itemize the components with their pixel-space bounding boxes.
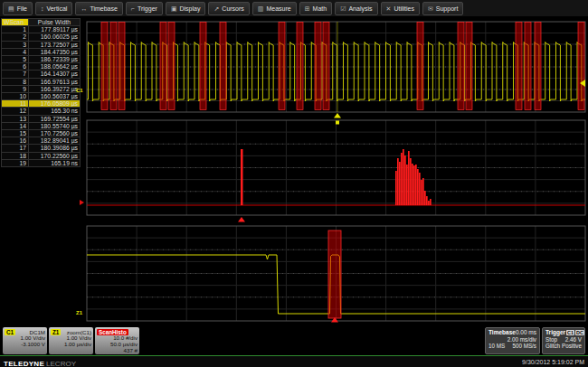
histogram-peak-marker[interactable] <box>238 217 245 222</box>
menu-timebase-button[interactable]: ↔Timebase <box>75 2 122 15</box>
pulse-width-row[interactable]: 18170.22560 µs <box>2 152 81 159</box>
histogram-bar <box>403 149 404 205</box>
row-index: 2 <box>2 33 29 41</box>
glitch-capture-bar <box>297 23 303 110</box>
pulse-width-row[interactable]: 12165.30 ns <box>2 108 81 115</box>
descriptor-row: C1DC1M1.00 V/div-3.1000 VZ1zoom(C1)1.00 … <box>3 327 139 354</box>
histogram-bar <box>421 180 422 205</box>
utilities-icon: ✕ <box>386 5 392 12</box>
glitch-capture-bar <box>220 23 226 110</box>
row-index: 7 <box>2 71 29 78</box>
brand-lecroy: LECROY <box>46 360 76 367</box>
pulse-width-value: 176.05809 µs <box>29 100 81 108</box>
histogram-bar <box>406 165 408 205</box>
histogram-bar <box>397 158 399 205</box>
glitch-capture-bar <box>101 23 108 110</box>
trigger-level: 2.46 V <box>565 336 582 343</box>
menu-support-button[interactable]: ✉Support <box>422 2 463 15</box>
wscan-panel: WScan Pulse Width 1177.89117 µs2160.0602… <box>1 18 81 167</box>
row-index: 18 <box>2 152 29 159</box>
pulse-width-row[interactable]: 5186.72339 µs <box>2 56 81 63</box>
cursors-icon: ↗ <box>213 5 219 12</box>
trigger-time-marker[interactable] <box>334 113 341 118</box>
histogram-bar <box>428 201 430 205</box>
pulse-width-value: 184.47350 µs <box>29 48 81 55</box>
c1-position-marker[interactable]: C1 <box>76 88 83 93</box>
menu-cursors-button[interactable]: ↗Cursors <box>208 2 249 15</box>
pulse-width-row[interactable]: 11176.05809 µs <box>2 100 81 108</box>
trace-badge: C1 <box>5 329 15 335</box>
pulse-width-row[interactable]: 15170.72560 µs <box>2 130 81 137</box>
row-index: 3 <box>2 41 29 48</box>
menu-file-button[interactable]: ▤File <box>3 2 33 15</box>
histogram-bar <box>401 153 403 205</box>
pulse-width-row[interactable]: 2160.06025 µs <box>2 33 81 41</box>
display-icon: ▣ <box>171 5 177 12</box>
timebase-samples: 10 MS <box>488 343 505 349</box>
descriptor-c1[interactable]: C1DC1M1.00 V/div-3.1000 V <box>3 327 47 354</box>
menu-label: Utilities <box>394 5 414 12</box>
measure-icon: ▥ <box>258 5 264 12</box>
pulse-width-row[interactable]: 7164.14307 µs <box>2 71 81 78</box>
pulse-width-row[interactable]: 14180.55740 µs <box>2 122 81 129</box>
pulse-width-value: 182.89041 µs <box>29 137 81 145</box>
oscilloscope-app: ▤File↕Vertical↔Timebase⌐Trigger▣Display↗… <box>0 0 588 367</box>
pulse-width-value: 160.06025 µs <box>29 33 81 41</box>
pulse-width-row[interactable]: 17180.39086 µs <box>2 145 81 152</box>
z1-position-marker[interactable]: Z1 <box>76 310 82 315</box>
pulse-width-row[interactable]: 1177.89117 µs <box>2 26 81 33</box>
trace-setting: -3.1000 V <box>5 342 45 348</box>
pulse-width-row[interactable]: 3173.72507 µs <box>2 41 81 48</box>
pulse-width-row[interactable]: 10160.56037 µs <box>2 93 81 100</box>
pulse-width-row[interactable]: 8166.97613 µs <box>2 78 81 85</box>
glitch-capture-bar <box>458 23 464 110</box>
row-index: 8 <box>2 78 29 85</box>
pulse-width-row[interactable]: 19165.19 ns <box>2 159 81 166</box>
trigger-type: Glitch <box>545 343 560 349</box>
menu-label: Display <box>180 5 201 12</box>
glitch-capture-bar <box>578 23 584 110</box>
pulse-width-value: 177.89117 µs <box>29 26 81 33</box>
pulse-width-table: WScan Pulse Width 1177.89117 µs2160.0602… <box>1 18 81 167</box>
menu-label: Cursors <box>222 5 244 12</box>
glitch-capture-bar <box>323 23 329 110</box>
pulse-width-value: 166.97613 µs <box>29 78 81 85</box>
menu-math-button[interactable]: ⊞Math <box>299 2 332 15</box>
menu-trigger-button[interactable]: ⌐Trigger <box>126 2 163 15</box>
trigger-box[interactable]: Trigger C1 DC Stop 2.46 V Glitch Positiv… <box>542 327 585 354</box>
trigger-title: Trigger <box>545 329 565 336</box>
menu-bar: ▤File↕Vertical↔Timebase⌐Trigger▣Display↗… <box>0 0 588 16</box>
pulse-width-row[interactable]: 13169.72554 µs <box>2 115 81 122</box>
pulse-width-value: 186.72339 µs <box>29 56 81 63</box>
glitch-capture-bar <box>466 23 472 110</box>
waveform-display <box>86 16 586 324</box>
pulse-width-value: 173.72507 µs <box>29 41 81 48</box>
analysis-icon: ☑ <box>340 5 346 12</box>
histogram-bar <box>426 196 428 205</box>
descriptor-z1[interactable]: Z1zoom(C1)1.00 V/div1.00 µs/div <box>49 327 93 354</box>
pulse-width-value: 188.05642 µs <box>29 63 81 71</box>
trigger-coupling-chip: DC <box>575 330 584 336</box>
pulse-width-row[interactable]: 6188.05642 µs <box>2 63 81 71</box>
histogram-bar <box>413 165 415 205</box>
glitch-capture-bar <box>160 23 166 110</box>
timebase-box[interactable]: Timebase 0.00 ms 2.00 ms/div 10 MS 500 M… <box>485 327 540 354</box>
trace-badge: Z1 <box>51 329 61 335</box>
pulse-width-row[interactable]: 9166.39272 µs <box>2 85 81 92</box>
menu-vertical-button[interactable]: ↕Vertical <box>35 2 72 15</box>
pulse-width-row[interactable]: 16182.89041 µs <box>2 137 81 145</box>
descriptor-scanhisto[interactable]: ScanHisto10.0 #/div50.0 µs/div437 # <box>95 327 139 354</box>
menu-analysis-button[interactable]: ☑Analysis <box>335 2 377 15</box>
menu-utilities-button[interactable]: ✕Utilities <box>381 2 420 15</box>
brand-teledyne: TELEDYNE <box>4 360 44 367</box>
row-index: 11 <box>2 100 29 108</box>
menu-label: Math <box>313 5 327 12</box>
pulse-width-row[interactable]: 4184.47350 µs <box>2 48 81 55</box>
menu-display-button[interactable]: ▣Display <box>166 2 206 15</box>
histogram-position-marker[interactable] <box>80 200 84 205</box>
menu-measure-button[interactable]: ▥Measure <box>252 2 297 15</box>
histogram-bar <box>415 165 417 205</box>
row-index: 9 <box>2 85 29 92</box>
row-index: 10 <box>2 93 29 100</box>
glitch-capture-bar <box>279 23 285 110</box>
